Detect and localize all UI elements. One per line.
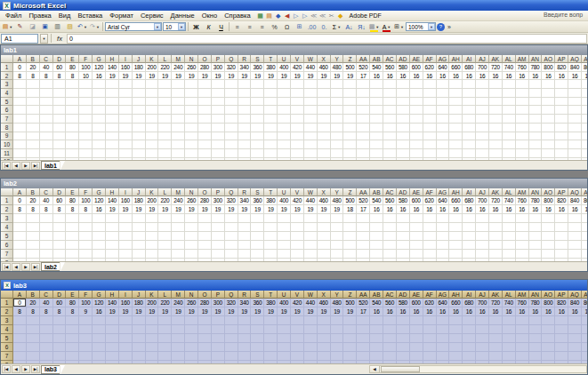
cell-AR7[interactable]	[582, 115, 587, 124]
cell-B7[interactable]	[27, 250, 40, 259]
cell-I5[interactable]	[119, 232, 133, 241]
cell-AR5[interactable]	[582, 334, 587, 343]
cell-AK6[interactable]	[489, 343, 503, 352]
cell-D5[interactable]	[53, 334, 67, 343]
save-button[interactable]: ▣	[39, 22, 51, 32]
cell-AC3[interactable]	[383, 214, 397, 223]
cell-AF1[interactable]: 620	[423, 63, 437, 72]
cell-AF7[interactable]	[423, 352, 437, 361]
col-header-U[interactable]: U	[278, 291, 291, 299]
cell-AD6[interactable]	[397, 241, 410, 250]
cell-AA9[interactable]	[357, 132, 370, 141]
cell-AL3[interactable]	[503, 316, 516, 325]
cell-AM6[interactable]	[516, 343, 529, 352]
cell-X1[interactable]: 460	[318, 299, 331, 307]
cell-T3[interactable]	[264, 316, 278, 325]
toolbar-options-button[interactable]: »	[446, 22, 453, 32]
increase-decimal-button[interactable]: .00	[306, 22, 318, 32]
cell-P5[interactable]	[212, 232, 225, 241]
cell-H2[interactable]: 19	[106, 72, 119, 81]
cell-V7[interactable]	[291, 352, 304, 361]
cell-B7[interactable]	[27, 352, 40, 361]
col-header-G[interactable]: G	[93, 55, 106, 63]
cell-AH4[interactable]	[449, 325, 463, 334]
cell-X4[interactable]	[318, 89, 331, 98]
cell-AE4[interactable]	[410, 223, 423, 232]
cell-AQ7[interactable]	[568, 352, 582, 361]
cell-AL6[interactable]	[503, 241, 516, 250]
col-header-K[interactable]: K	[146, 188, 159, 196]
cell-AK7[interactable]	[489, 115, 503, 124]
cell-O4[interactable]	[198, 223, 212, 232]
cell-L5[interactable]	[158, 232, 172, 241]
cell-AL3[interactable]	[503, 80, 516, 89]
cell-O8[interactable]	[198, 124, 212, 132]
cell-AG4[interactable]	[437, 325, 450, 334]
col-header-AM[interactable]: AM	[516, 291, 529, 299]
cell-K4[interactable]	[146, 223, 159, 232]
cell-AR1[interactable]: 860	[582, 196, 587, 205]
col-header-K[interactable]: K	[146, 291, 159, 299]
cell-AG2[interactable]: 16	[437, 205, 450, 214]
cell-F2[interactable]: 9	[79, 307, 93, 316]
cell-A10[interactable]	[13, 140, 27, 149]
cell-B5[interactable]	[27, 98, 40, 107]
cell-U3[interactable]	[278, 80, 291, 89]
cell-R2[interactable]: 19	[238, 307, 252, 316]
addin-globe-icon[interactable]: ◆	[274, 12, 283, 20]
cell-L1[interactable]: 220	[158, 63, 172, 72]
cell-Y2[interactable]: 19	[331, 307, 344, 316]
col-header-AD[interactable]: AD	[397, 55, 410, 63]
cell-S1[interactable]: 360	[251, 196, 264, 205]
col-header-AQ[interactable]: AQ	[568, 291, 582, 299]
cell-N7[interactable]	[185, 250, 198, 259]
cell-D3[interactable]	[53, 214, 67, 223]
cell-AQ10[interactable]	[568, 140, 582, 149]
cell-J7[interactable]	[133, 250, 146, 259]
cell-AQ6[interactable]	[568, 106, 582, 115]
cell-AF6[interactable]	[423, 241, 437, 250]
zoom-combo[interactable]: 100%▼	[406, 22, 436, 31]
cell-AE4[interactable]	[410, 325, 423, 334]
cell-Y4[interactable]	[331, 223, 344, 232]
cell-V1[interactable]: 420	[291, 63, 304, 72]
cell-G7[interactable]	[93, 352, 106, 361]
cell-F1[interactable]: 100	[79, 196, 93, 205]
cell-AD7[interactable]	[397, 115, 410, 124]
cell-D7[interactable]	[53, 250, 67, 259]
col-header-A[interactable]: A	[13, 55, 27, 63]
cell-X7[interactable]	[318, 352, 331, 361]
col-header-AI[interactable]: AI	[463, 188, 476, 196]
cell-C4[interactable]	[40, 89, 53, 98]
col-header-Q[interactable]: Q	[225, 188, 238, 196]
cell-X5[interactable]	[318, 334, 331, 343]
borders-button-dropdown-icon[interactable]: ▼	[400, 25, 404, 29]
col-header-AH[interactable]: AH	[449, 291, 463, 299]
cell-AM3[interactable]	[516, 316, 529, 325]
cell-E4[interactable]	[66, 89, 79, 98]
cell-J9[interactable]	[133, 132, 146, 141]
cell-AB2[interactable]: 16	[370, 307, 383, 316]
cell-AB5[interactable]	[370, 98, 383, 107]
cell-AE7[interactable]	[410, 250, 423, 259]
cell-AH11[interactable]	[449, 149, 463, 158]
cell-AD7[interactable]	[397, 352, 410, 361]
cell-O11[interactable]	[198, 149, 212, 158]
cell-AE9[interactable]	[410, 132, 423, 141]
cell-AN3[interactable]	[529, 316, 543, 325]
cell-D5[interactable]	[53, 98, 67, 107]
cell-N6[interactable]	[185, 106, 198, 115]
cell-C7[interactable]	[40, 250, 53, 259]
cell-AL7[interactable]	[503, 352, 516, 361]
cell-B1[interactable]: 20	[27, 196, 40, 205]
cell-A1[interactable]: 0	[13, 299, 27, 307]
sheet-tab-lab2[interactable]: lab2	[41, 262, 60, 271]
cell-W1[interactable]: 440	[304, 299, 318, 307]
cell-A6[interactable]	[13, 106, 27, 115]
cell-J6[interactable]	[133, 241, 146, 250]
cell-L2[interactable]: 19	[158, 307, 172, 316]
cell-G8[interactable]	[93, 124, 106, 132]
cell-AP4[interactable]	[555, 89, 568, 98]
cell-Z6[interactable]	[343, 241, 357, 250]
cell-L7[interactable]	[158, 352, 172, 361]
